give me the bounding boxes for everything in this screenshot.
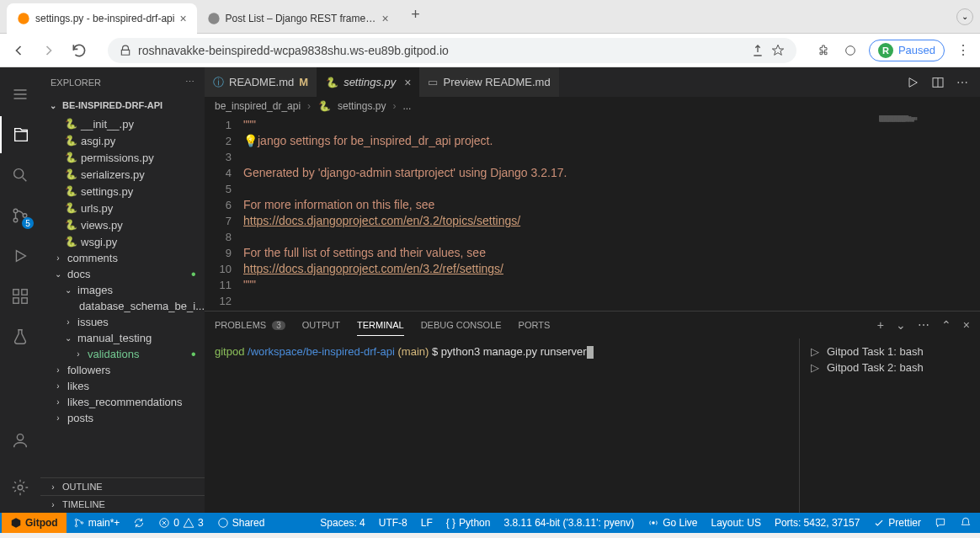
menu-icon[interactable] xyxy=(0,76,40,113)
shared-status[interactable]: Shared xyxy=(210,513,272,533)
share-icon[interactable] xyxy=(751,44,764,57)
new-terminal-icon[interactable]: + xyxy=(877,318,884,332)
file-item[interactable]: 🐍settings.py xyxy=(40,183,205,200)
code-line: """ xyxy=(243,117,879,133)
sync-status[interactable] xyxy=(126,513,152,533)
gear-icon[interactable] xyxy=(0,469,40,506)
problems-status[interactable]: 0 3 xyxy=(152,513,210,533)
forward-button[interactable] xyxy=(39,40,59,61)
panel-tab-debug[interactable]: DEBUG CONSOLE xyxy=(421,315,502,335)
bottom-panel: PROBLEMS 3 OUTPUT TERMINAL DEBUG CONSOLE… xyxy=(205,311,980,513)
folder-item[interactable]: ›likes_recommendations xyxy=(40,394,205,410)
gitpod-status-button[interactable]: Gitpod xyxy=(2,513,67,533)
bookmark-icon[interactable] xyxy=(771,44,785,57)
tab-label: settings.py xyxy=(344,76,396,88)
editor-tab-preview[interactable]: ▭ Preview README.md xyxy=(419,67,558,97)
editor-tab-readme[interactable]: ⓘ README.md M xyxy=(205,67,317,97)
editor-tab-settings[interactable]: 🐍 settings.py × xyxy=(317,67,419,97)
panel-tab-output[interactable]: OUTPUT xyxy=(302,315,340,335)
terminal-task[interactable]: ▷Gitpod Task 2: bash xyxy=(808,360,972,376)
profile-paused-chip[interactable]: R Paused xyxy=(869,40,945,61)
accounts-icon[interactable] xyxy=(0,422,40,459)
layout-status[interactable]: Layout: US xyxy=(705,513,768,533)
eol-status[interactable]: LF xyxy=(414,513,439,533)
file-item[interactable]: 🐍permissions.py xyxy=(40,149,205,166)
chrome-dropdown-icon[interactable]: ⌄ xyxy=(956,8,973,25)
python-version-status[interactable]: 3.8.11 64-bit ('3.8.11': pyenv) xyxy=(497,513,641,533)
explorer-sidebar: EXPLORER ⋯ ⌄ BE-INSPIRED-DRF-API 🐍__init… xyxy=(40,67,205,513)
source-control-icon[interactable]: 5 xyxy=(0,197,40,234)
close-icon[interactable]: × xyxy=(963,318,970,332)
ports-status[interactable]: Ports: 5432, 37157 xyxy=(768,513,866,533)
more-icon[interactable]: ⋯ xyxy=(956,76,968,89)
maximize-icon[interactable]: ⌃ xyxy=(941,318,951,332)
file-item[interactable]: database_schema_be_i... xyxy=(40,298,205,314)
url-bar[interactable]: roshnavakke-beinspiredd-wcpa9838shu.ws-e… xyxy=(108,38,796,63)
terminal[interactable]: gitpod /workspace/be-inspired-drf-api (m… xyxy=(205,338,799,513)
panel-tab-ports[interactable]: PORTS xyxy=(519,315,551,335)
extensions-icon[interactable] xyxy=(0,278,40,315)
gitpod-ext-icon[interactable] xyxy=(842,42,859,59)
chevron-down-icon[interactable]: ⌄ xyxy=(896,318,906,332)
folder-item[interactable]: ›posts xyxy=(40,410,205,426)
lightbulb-icon[interactable]: 💡 xyxy=(243,134,258,147)
feedback-icon[interactable] xyxy=(928,513,953,533)
panel-tab-terminal[interactable]: TERMINAL xyxy=(357,315,404,336)
file-item[interactable]: 🐍views.py xyxy=(40,216,205,233)
browser-tab[interactable]: Post List – Django REST framework × xyxy=(197,3,399,34)
outline-section[interactable]: ›OUTLINE xyxy=(40,477,205,495)
close-icon[interactable]: × xyxy=(404,76,411,89)
go-live-status[interactable]: Go Live xyxy=(641,513,704,533)
split-icon[interactable] xyxy=(931,76,945,89)
search-icon[interactable] xyxy=(0,157,40,194)
new-tab-button[interactable]: + xyxy=(404,3,428,27)
back-button[interactable] xyxy=(8,40,29,61)
run-icon[interactable] xyxy=(906,76,919,89)
language-status[interactable]: { }Python xyxy=(439,513,498,533)
timeline-section[interactable]: ›TIMELINE xyxy=(40,495,205,513)
file-item[interactable]: 🐍urls.py xyxy=(40,200,205,216)
editor-tabs: ⓘ README.md M 🐍 settings.py × ▭ Preview … xyxy=(205,67,980,97)
browser-tab-active[interactable]: settings.py - be-inspired-drf-api × xyxy=(7,3,197,34)
prettier-status[interactable]: Prettier xyxy=(866,513,928,533)
breadcrumb-folder: be_inspired_dr_api xyxy=(215,100,301,112)
file-tree[interactable]: 🐍__init__.py🐍asgi.py🐍permissions.py🐍seri… xyxy=(40,114,205,477)
minimap[interactable]: ████████████████████ ██████████████████ … xyxy=(879,115,980,311)
kebab-icon[interactable]: ⋮ xyxy=(955,42,972,59)
panel-tab-problems[interactable]: PROBLEMS 3 xyxy=(215,315,285,335)
folder-item[interactable]: ›comments xyxy=(40,250,205,266)
extensions-icon[interactable] xyxy=(815,42,832,59)
terminal-cursor xyxy=(587,346,594,359)
more-icon[interactable]: ⋯ xyxy=(185,77,194,88)
folder-item[interactable]: ›validations• xyxy=(40,346,205,362)
encoding-status[interactable]: UTF-8 xyxy=(372,513,414,533)
avatar: R xyxy=(878,43,893,58)
testing-icon[interactable] xyxy=(0,318,40,355)
notifications-icon[interactable] xyxy=(953,513,978,533)
close-icon[interactable]: × xyxy=(179,12,186,25)
file-item[interactable]: 🐍asgi.py xyxy=(40,132,205,149)
explorer-icon[interactable] xyxy=(0,116,40,153)
folder-item[interactable]: ⌄docs• xyxy=(40,266,205,282)
reload-button[interactable] xyxy=(69,40,89,61)
tab-title: Post List – Django REST framework xyxy=(226,13,377,24)
branch-status[interactable]: main*+ xyxy=(67,513,127,533)
file-item[interactable]: 🐍__init__.py xyxy=(40,115,205,132)
file-item[interactable]: 🐍serializers.py xyxy=(40,166,205,183)
more-icon[interactable]: ⋯ xyxy=(918,318,929,332)
terminal-task[interactable]: ▷Gitpod Task 1: bash xyxy=(808,344,972,360)
folder-item[interactable]: ⌄images xyxy=(40,282,205,298)
folder-item[interactable]: ⌄manual_testing xyxy=(40,330,205,346)
spaces-status[interactable]: Spaces: 4 xyxy=(313,513,371,533)
folder-item[interactable]: ›likes xyxy=(40,378,205,394)
code-editor[interactable]: 123456789101112 """💡jango settings for b… xyxy=(205,115,980,311)
folder-item[interactable]: ›issues xyxy=(40,314,205,330)
terminal-icon: ▷ xyxy=(808,361,822,374)
folder-item[interactable]: ›followers xyxy=(40,362,205,378)
breadcrumb[interactable]: be_inspired_dr_api › 🐍 settings.py › ... xyxy=(205,97,980,115)
file-item[interactable]: 🐍wsgi.py xyxy=(40,233,205,250)
run-debug-icon[interactable] xyxy=(0,237,40,274)
close-icon[interactable]: × xyxy=(381,12,388,25)
code-content[interactable]: """💡jango settings for be_inspired_dr_ap… xyxy=(243,115,879,311)
project-header[interactable]: ⌄ BE-INSPIRED-DRF-API xyxy=(40,97,205,114)
